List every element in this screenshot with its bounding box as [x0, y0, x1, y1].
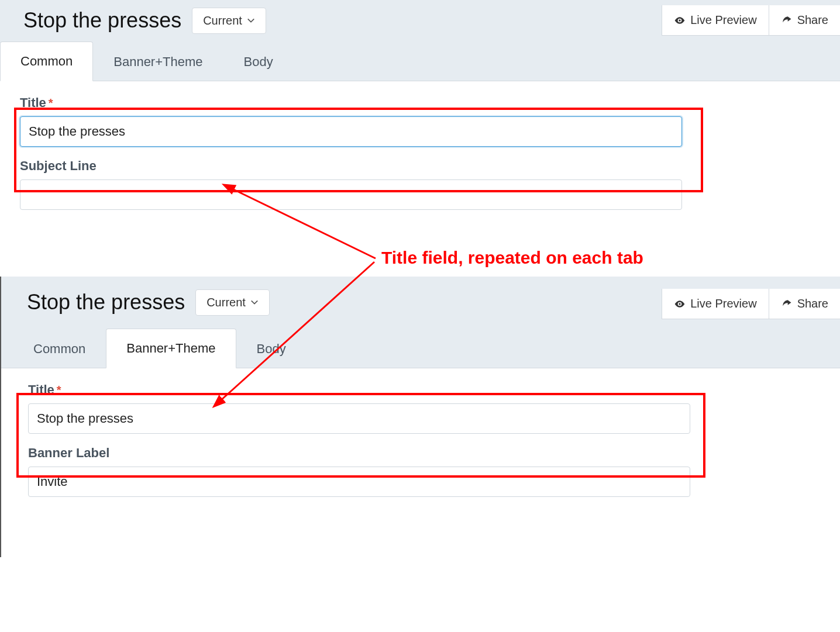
tab-banner-theme[interactable]: Banner+Theme	[106, 329, 236, 368]
title-group: Title*	[20, 95, 831, 147]
subject-line-label: Subject Line	[20, 158, 831, 174]
share-label: Share	[797, 13, 828, 27]
title-label: Title*	[20, 95, 831, 110]
svg-point-1	[679, 303, 681, 305]
tabs: Common Banner+Theme Body	[0, 41, 840, 81]
version-dropdown-label: Current	[206, 296, 246, 309]
header-actions: Live Preview Share	[662, 289, 840, 319]
version-dropdown[interactable]: Current	[192, 8, 266, 34]
share-label: Share	[797, 297, 828, 310]
annotation-text: Title field, repeated on each tab	[381, 248, 643, 268]
required-indicator: *	[49, 96, 53, 109]
page-title: Stop the presses	[27, 290, 185, 315]
title-input[interactable]	[28, 403, 690, 434]
live-preview-label: Live Preview	[690, 13, 756, 27]
version-dropdown-label: Current	[203, 14, 242, 27]
banner-label-group: Banner Label	[28, 445, 831, 497]
live-preview-button[interactable]: Live Preview	[662, 289, 768, 319]
eye-icon	[674, 15, 686, 26]
title-label-text: Title	[28, 382, 54, 397]
form-common: Title* Subject Line	[0, 81, 840, 233]
tab-body[interactable]: Body	[236, 329, 307, 368]
version-dropdown[interactable]: Current	[195, 289, 270, 316]
header-left: Stop the presses Current	[27, 289, 270, 316]
live-preview-label: Live Preview	[690, 297, 756, 310]
title-input[interactable]	[20, 116, 682, 147]
panel-banner-theme: Stop the presses Current Live Preview Sh…	[0, 277, 840, 557]
share-button[interactable]: Share	[769, 5, 840, 36]
page-title: Stop the presses	[23, 8, 181, 33]
banner-label-label: Banner Label	[28, 445, 831, 461]
eye-icon	[674, 298, 686, 310]
banner-label-input[interactable]	[28, 467, 690, 497]
title-group: Title*	[28, 382, 831, 434]
tabs: Common Banner+Theme Body	[1, 328, 840, 368]
tab-banner-theme[interactable]: Banner+Theme	[93, 42, 223, 81]
share-icon	[781, 15, 793, 26]
chevron-down-icon	[247, 16, 255, 25]
editor-header: Stop the presses Current Live Preview Sh…	[1, 277, 840, 328]
live-preview-button[interactable]: Live Preview	[662, 5, 768, 36]
tab-common[interactable]: Common	[0, 42, 93, 81]
editor-header: Stop the presses Current Live Preview Sh…	[0, 0, 840, 41]
header-left: Stop the presses Current	[23, 8, 266, 34]
share-icon	[781, 298, 793, 310]
share-button[interactable]: Share	[769, 289, 840, 319]
title-label: Title*	[28, 382, 831, 398]
subject-line-input[interactable]	[20, 179, 682, 210]
tab-body[interactable]: Body	[223, 42, 294, 81]
form-banner-theme: Title* Banner Label	[1, 368, 840, 520]
required-indicator: *	[57, 384, 61, 396]
title-label-text: Title	[20, 95, 46, 110]
chevron-down-icon	[250, 298, 259, 306]
tab-common[interactable]: Common	[13, 329, 106, 368]
panel-common: Stop the presses Current Live Preview Sh…	[0, 0, 840, 277]
header-actions: Live Preview Share	[662, 5, 840, 36]
subject-line-group: Subject Line	[20, 158, 831, 210]
svg-point-0	[679, 19, 681, 21]
